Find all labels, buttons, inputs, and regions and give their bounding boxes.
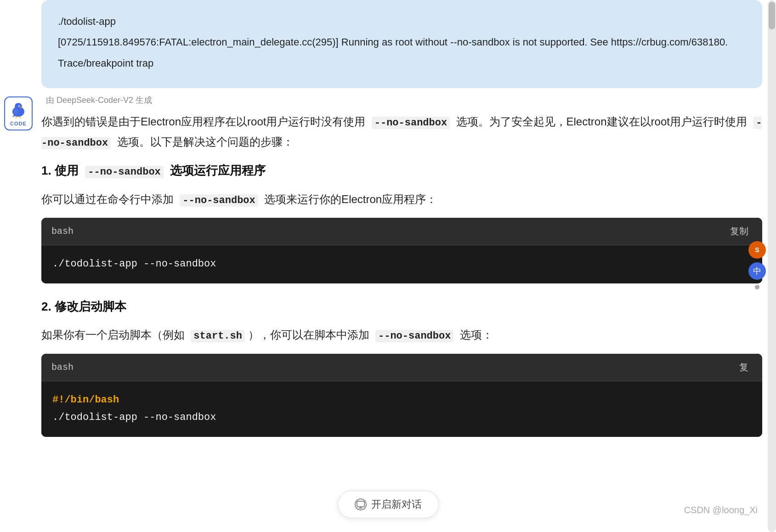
- response-content: 你遇到的错误是由于Electron应用程序在以root用户运行时没有使用 --n…: [37, 112, 776, 450]
- inline-code-start-sh: start.sh: [191, 330, 245, 342]
- new-conversation-label: 开启新对话: [371, 498, 422, 511]
- csdn-corner-buttons: S 中: [748, 241, 766, 291]
- copy-button-1[interactable]: 复制: [726, 223, 752, 239]
- section2-text: 如果你有一个启动脚本（例如 start.sh ），你可以在脚本中添加 --no-…: [41, 325, 762, 345]
- section1-heading: 1. 使用 --no-sandbox 选项运行应用程序: [41, 160, 762, 181]
- section2-heading: 2. 修改启动脚本: [41, 296, 762, 317]
- code-line-2: ./todolist-app --no-sandbox: [52, 412, 216, 423]
- section1-text: 你可以通过在命令行中添加 --no-sandbox 选项来运行你的Electro…: [41, 190, 762, 210]
- code-shebang: #!/bin/bash: [52, 394, 119, 406]
- csdn-orange-button[interactable]: S: [748, 241, 766, 259]
- copy-button-2[interactable]: 复: [736, 359, 752, 375]
- inline-code-heading-1: --no-sandbox: [85, 166, 163, 178]
- error-line2: [0725/115918.849576:FATAL:electron_main_…: [58, 34, 746, 51]
- code-lang-bash-2: bash: [51, 359, 74, 375]
- bird-icon: [9, 101, 28, 120]
- scrollbar-thumb[interactable]: [769, 2, 775, 29]
- code-block-2-body: #!/bin/bash ./todolist-app --no-sandbox: [41, 381, 762, 437]
- avatar-badge: CODE: [4, 96, 33, 130]
- new-conversation-icon: [355, 498, 367, 510]
- error-line3: Trace/breakpoint trap: [58, 55, 746, 72]
- avatar-column: CODE: [0, 0, 37, 532]
- csdn-zh-label: 中: [753, 266, 761, 277]
- code-block-1: bash 复制 ./todolist-app --no-sandbox: [41, 218, 762, 283]
- inline-code-no-sandbox-1: --no-sandbox: [372, 117, 450, 129]
- svg-line-8: [19, 116, 21, 118]
- attribution-label: 由 DeepSeek-Coder-V2 生成: [41, 88, 776, 112]
- csdn-s-label: S: [755, 246, 759, 254]
- bottom-attribution: CSDN @loong_Xi: [684, 505, 758, 515]
- code-block-1-header: bash 复制: [41, 218, 762, 245]
- avatar-code-text: CODE: [10, 121, 27, 126]
- csdn-blue-button[interactable]: 中: [748, 262, 766, 280]
- chat-icon: [356, 500, 365, 509]
- code-line-1: ./todolist-app --no-sandbox: [52, 258, 216, 270]
- code-lang-bash-1: bash: [51, 223, 74, 239]
- code-block-2: bash 复 #!/bin/bash ./todolist-app --no-s…: [41, 354, 762, 437]
- code-block-2-header: bash 复: [41, 354, 762, 381]
- intro-paragraph: 你遇到的错误是由于Electron应用程序在以root用户运行时没有使用 --n…: [41, 112, 762, 152]
- error-line1: ./todolist-app: [58, 13, 746, 30]
- error-message-bubble: ./todolist-app [0725/115918.849576:FATAL…: [41, 0, 762, 88]
- svg-point-5: [14, 108, 18, 115]
- inline-code-no-sandbox-3: --no-sandbox: [180, 194, 258, 207]
- main-content: ./todolist-app [0725/115918.849576:FATAL…: [37, 0, 776, 532]
- csdn-dot: [755, 285, 759, 289]
- code-block-1-body: ./todolist-app --no-sandbox: [41, 245, 762, 283]
- svg-line-7: [16, 116, 17, 118]
- svg-rect-9: [357, 501, 364, 507]
- svg-point-4: [19, 106, 20, 107]
- inline-code-no-sandbox-4: --no-sandbox: [375, 330, 453, 342]
- scrollbar-track[interactable]: [768, 0, 776, 532]
- csdn-dot-button[interactable]: [748, 283, 766, 291]
- new-conversation-button[interactable]: 开启新对话: [338, 491, 439, 518]
